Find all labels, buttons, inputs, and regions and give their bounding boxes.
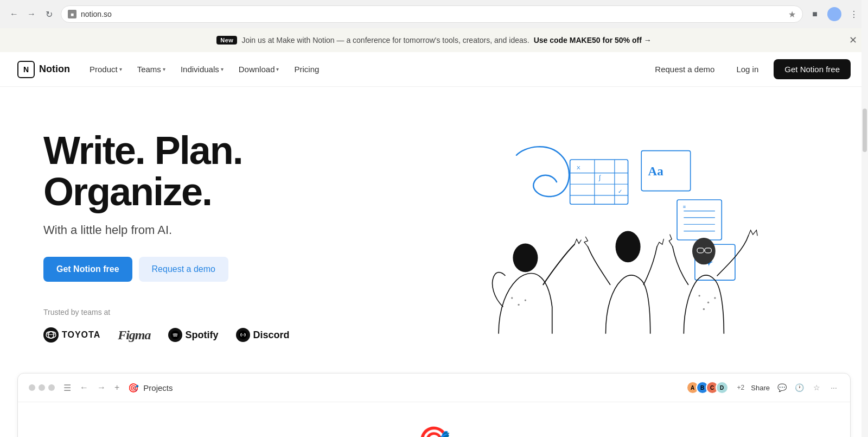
notion-logo-text: Notion	[39, 64, 70, 75]
svg-point-32	[511, 297, 513, 299]
nav-teams[interactable]: Teams ▾	[131, 60, 172, 78]
hero-content: Write. Plan. Organize. With a little hel…	[43, 119, 369, 343]
svg-point-4	[239, 331, 247, 339]
url-text: notion.so	[81, 10, 784, 18]
projects-bar-header: ☰ ← → + 🎯 Projects A B C D +2 Share 💬 🕐 …	[18, 373, 850, 402]
address-bar[interactable]: ■ notion.so ★	[61, 5, 803, 23]
notion-logo[interactable]: N Notion	[17, 61, 70, 78]
nav-links: Product ▾ Teams ▾ Individuals ▾ Download…	[83, 60, 648, 78]
banner-close-button[interactable]: ✕	[849, 34, 857, 46]
hero-title-line1: Write. Plan.	[43, 129, 242, 172]
target-large-icon: 🎯	[418, 425, 450, 437]
individuals-chevron-icon: ▾	[221, 66, 224, 72]
share-button[interactable]: Share	[751, 384, 770, 392]
comment-icon[interactable]: 💬	[776, 382, 787, 393]
svg-text:✓: ✓	[618, 188, 622, 194]
spotify-icon	[168, 328, 182, 342]
svg-point-27	[616, 231, 641, 263]
extensions-button[interactable]: ■	[807, 7, 822, 22]
discord-icon	[236, 328, 250, 342]
nav-individuals[interactable]: Individuals ▾	[174, 60, 230, 78]
bookmark-icon[interactable]: ★	[788, 9, 796, 20]
scrollbar[interactable]	[861, 0, 868, 437]
window-dots	[29, 384, 55, 391]
spotify-logo: Spotify	[168, 328, 219, 342]
reload-button[interactable]: ↻	[41, 7, 56, 22]
product-chevron-icon: ▾	[119, 66, 122, 72]
svg-point-34	[525, 299, 526, 301]
nav-product[interactable]: Product ▾	[83, 60, 129, 78]
projects-title: 🎯 Projects	[128, 383, 173, 393]
nav-login[interactable]: Log in	[730, 60, 765, 78]
window-dot-2	[39, 384, 45, 391]
scrollbar-thumb[interactable]	[863, 109, 867, 152]
forward-nav-icon[interactable]: →	[95, 382, 108, 394]
back-button[interactable]: ←	[7, 7, 22, 22]
svg-point-35	[699, 295, 700, 296]
banner-cta[interactable]: Use code MAKE50 for 50% off →	[534, 36, 652, 45]
window-dot-1	[29, 384, 35, 391]
notion-logo-icon: N	[17, 61, 35, 78]
hero-cta-primary[interactable]: Get Notion free	[43, 257, 132, 282]
new-badge: New	[216, 36, 237, 45]
toyota-logo: TOYOTA	[43, 327, 100, 343]
add-icon[interactable]: +	[112, 382, 122, 394]
trusted-label: Trusted by teams at	[43, 308, 369, 316]
nav-teams-label: Teams	[137, 65, 161, 74]
discord-logo: Discord	[236, 328, 290, 342]
clock-icon[interactable]: 🕐	[794, 382, 805, 393]
figma-logo: Figma	[118, 328, 150, 343]
window-controls: ☰ ← → +	[61, 382, 122, 394]
logo-letter: N	[23, 65, 29, 74]
browser-chrome: ← → ↻ ■ notion.so ★ ■ ⋮	[0, 0, 868, 28]
nav-cta-button[interactable]: Get Notion free	[774, 59, 851, 79]
svg-point-36	[707, 302, 709, 303]
main-nav: N Notion Product ▾ Teams ▾ Individuals ▾…	[0, 52, 868, 87]
toyota-icon	[43, 327, 59, 343]
hero-cta-secondary[interactable]: Request a demo	[139, 257, 228, 282]
toyota-text: TOYOTA	[62, 330, 100, 340]
browser-toolbar: ← → ↻ ■ notion.so ★ ■ ⋮	[0, 0, 868, 28]
nav-download[interactable]: Download ▾	[232, 60, 286, 78]
spotify-text: Spotify	[186, 330, 219, 341]
forward-button[interactable]: →	[24, 7, 39, 22]
avatar-4: D	[716, 381, 729, 394]
svg-text:≡: ≡	[683, 204, 686, 210]
star-icon[interactable]: ☆	[811, 382, 822, 393]
nav-individuals-label: Individuals	[181, 65, 219, 74]
hero-buttons: Get Notion free Request a demo	[43, 257, 369, 282]
nav-pricing[interactable]: Pricing	[288, 60, 326, 78]
svg-point-6	[243, 334, 244, 335]
nav-product-label: Product	[90, 65, 118, 74]
projects-label: Projects	[143, 383, 173, 392]
figma-text: Figma	[118, 328, 150, 342]
back-nav-icon[interactable]: ←	[78, 382, 91, 394]
trusted-logos: TOYOTA Figma Spotify	[43, 327, 369, 343]
browser-actions: ■ ⋮	[807, 7, 861, 22]
svg-point-38	[714, 297, 716, 299]
user-avatar	[827, 7, 841, 21]
teams-chevron-icon: ▾	[163, 66, 165, 72]
svg-text:X: X	[577, 164, 580, 170]
svg-point-26	[513, 244, 538, 273]
target-icon: 🎯	[128, 383, 139, 393]
hero-subtitle: With a little help from AI.	[43, 223, 369, 237]
more-icon[interactable]: ···	[828, 382, 839, 393]
hero-svg: X ∫ ✓ Aa ≡ ✦	[369, 119, 825, 343]
site-favicon: ■	[68, 10, 76, 18]
menu-button[interactable]: ⋮	[846, 7, 861, 22]
hero-title-line2: Organize.	[43, 170, 212, 213]
avatars-stack: A B C D	[686, 381, 729, 394]
svg-text:Aa: Aa	[648, 164, 664, 178]
svg-point-33	[518, 304, 519, 306]
svg-point-5	[241, 334, 242, 335]
nav-pricing-label: Pricing	[294, 65, 319, 74]
profile-button[interactable]	[827, 7, 842, 22]
nav-buttons: ← → ↻	[7, 7, 56, 22]
announcement-banner: New Join us at Make with Notion — a conf…	[0, 28, 868, 52]
svg-point-37	[703, 308, 705, 310]
nav-request-demo[interactable]: Request a demo	[648, 60, 721, 78]
menu-icon[interactable]: ☰	[61, 382, 73, 394]
banner-text: Join us at Make with Notion — a conferen…	[241, 36, 529, 45]
hero-title: Write. Plan. Organize.	[43, 130, 369, 212]
